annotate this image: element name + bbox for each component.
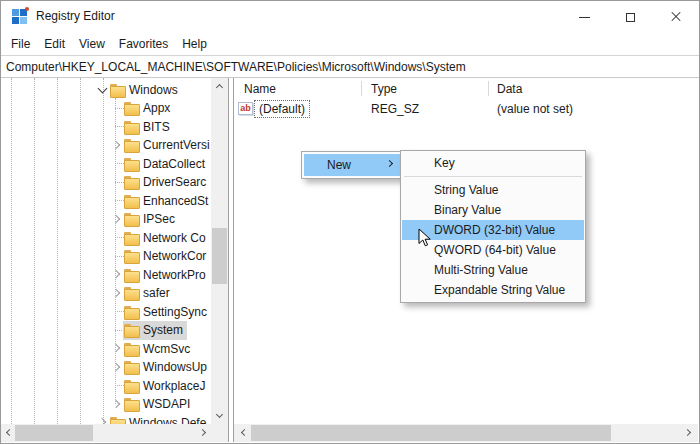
folder-icon bbox=[124, 139, 138, 151]
tree-item-driversearc[interactable]: DriverSearc bbox=[1, 173, 211, 192]
column-divider[interactable] bbox=[361, 81, 362, 96]
scroll-right-icon[interactable] bbox=[681, 425, 696, 440]
tree-item-currentversi[interactable]: CurrentVersi bbox=[1, 136, 211, 155]
scroll-right-icon[interactable] bbox=[196, 425, 211, 440]
tree-item-bits[interactable]: BITS bbox=[1, 117, 211, 136]
menu-help[interactable]: Help bbox=[175, 34, 214, 54]
folder-icon bbox=[124, 343, 138, 355]
tree-item-network-co[interactable]: Network Co bbox=[1, 228, 211, 247]
column-divider[interactable] bbox=[488, 81, 489, 96]
title-bar[interactable]: Registry Editor bbox=[1, 1, 699, 33]
folder-icon bbox=[124, 361, 138, 373]
scroll-down-icon[interactable] bbox=[212, 408, 227, 423]
tree-item-label: CurrentVersi bbox=[143, 138, 210, 152]
value-row[interactable]: ab (Default) REG_SZ (value not set) bbox=[234, 100, 698, 119]
close-icon bbox=[670, 11, 682, 23]
tree-horizontal-scrollbar[interactable] bbox=[1, 424, 211, 442]
tree-item-datacollect[interactable]: DataCollect bbox=[1, 154, 211, 173]
folder-icon bbox=[124, 232, 138, 244]
menu-view[interactable]: View bbox=[72, 34, 112, 54]
submenu-item-multi-string-value[interactable]: Multi-String Value bbox=[402, 260, 584, 280]
close-button[interactable] bbox=[653, 1, 699, 33]
scroll-up-icon[interactable] bbox=[212, 79, 227, 94]
tree-vertical-scrollbar[interactable] bbox=[211, 78, 228, 424]
column-header-type[interactable]: Type bbox=[371, 82, 397, 96]
folder-icon bbox=[110, 417, 124, 425]
context-menu: New bbox=[301, 151, 405, 179]
tree-item-networkcor[interactable]: NetworkCor bbox=[1, 247, 211, 266]
submenu-item-binary-value[interactable]: Binary Value bbox=[402, 200, 584, 220]
tree-expand-icon[interactable] bbox=[109, 138, 124, 153]
window-title: Registry Editor bbox=[36, 9, 115, 23]
tree-item-settingsync[interactable]: SettingSync bbox=[1, 302, 211, 321]
tree-item-windowsup[interactable]: WindowsUp bbox=[1, 358, 211, 377]
tree-item-wsdapi[interactable]: WSDAPI bbox=[1, 395, 211, 414]
folder-icon bbox=[124, 250, 138, 262]
tree-item-label: DataCollect bbox=[143, 157, 205, 171]
tree-item-appx[interactable]: Appx bbox=[1, 99, 211, 118]
column-header-data[interactable]: Data bbox=[497, 82, 522, 96]
tree-item-system[interactable]: System bbox=[1, 321, 211, 340]
tree-item-windows-defe[interactable]: Windows Defe bbox=[1, 413, 211, 424]
maximize-icon bbox=[626, 13, 635, 22]
tree-item-workplacej[interactable]: WorkplaceJ bbox=[1, 376, 211, 395]
folder-icon bbox=[124, 213, 138, 225]
tree-item-windows[interactable]: Windows bbox=[1, 80, 211, 99]
values-horizontal-scrollbar[interactable] bbox=[234, 424, 698, 442]
tree-item-label: WindowsUp bbox=[143, 360, 207, 374]
scrollbar-thumb[interactable] bbox=[212, 228, 227, 284]
folder-icon bbox=[124, 121, 138, 133]
column-header-name[interactable]: Name bbox=[244, 82, 276, 96]
menu-favorites[interactable]: Favorites bbox=[112, 34, 175, 54]
tree-item-label: Appx bbox=[143, 101, 170, 115]
maximize-button[interactable] bbox=[607, 1, 653, 33]
scroll-left-icon[interactable] bbox=[236, 425, 251, 440]
address-bar[interactable]: Computer\HKEY_LOCAL_MACHINE\SOFTWARE\Pol… bbox=[1, 55, 699, 78]
folder-icon bbox=[124, 102, 138, 114]
value-name[interactable]: (Default) bbox=[254, 100, 310, 118]
tree-item-label: DriverSearc bbox=[143, 175, 206, 189]
folder-icon bbox=[124, 287, 138, 299]
submenu-item-expandable-string-value[interactable]: Expandable String Value bbox=[402, 280, 584, 300]
menu-separator bbox=[404, 176, 582, 177]
menu-edit[interactable]: Edit bbox=[37, 34, 72, 54]
submenu-arrow-icon bbox=[387, 161, 393, 167]
tree-expand-icon[interactable] bbox=[109, 286, 124, 301]
scrollbar-thumb[interactable] bbox=[251, 425, 611, 441]
tree-item-label: SettingSync bbox=[143, 305, 207, 319]
submenu-item-string-value[interactable]: String Value bbox=[402, 180, 584, 200]
tree-expand-icon[interactable] bbox=[109, 397, 124, 412]
tree-expand-icon[interactable] bbox=[109, 212, 124, 227]
tree-expand-icon[interactable] bbox=[109, 360, 124, 375]
scroll-left-icon[interactable] bbox=[1, 425, 16, 440]
minimize-icon bbox=[579, 17, 590, 18]
tree-item-wcmsvc[interactable]: WcmSvc bbox=[1, 339, 211, 358]
tree-item-label: NetworkCor bbox=[143, 249, 206, 263]
context-menu-item-new[interactable]: New bbox=[304, 154, 402, 176]
tree-expand-icon[interactable] bbox=[109, 341, 124, 356]
tree-expand-icon[interactable] bbox=[109, 267, 124, 282]
tree-item-ipsec[interactable]: IPSec bbox=[1, 210, 211, 229]
tree-expand-icon[interactable] bbox=[95, 415, 110, 424]
tree-item-networkpro[interactable]: NetworkPro bbox=[1, 265, 211, 284]
minimize-button[interactable] bbox=[561, 1, 607, 33]
folder-icon bbox=[124, 306, 138, 318]
tree-content: Windows Appx BITS CurrentVersi DataColle… bbox=[1, 78, 211, 424]
menu-file[interactable]: File bbox=[4, 34, 37, 54]
tree-item-label: WorkplaceJ bbox=[143, 379, 205, 393]
tree-item-enhancedst[interactable]: EnhancedSt bbox=[1, 191, 211, 210]
tree-item-label: NetworkPro bbox=[143, 268, 206, 282]
string-value-icon: ab bbox=[238, 102, 253, 115]
folder-icon bbox=[124, 158, 138, 170]
folder-icon bbox=[124, 269, 138, 281]
tree-item-label: safer bbox=[143, 286, 170, 300]
folder-icon bbox=[124, 398, 138, 410]
folder-icon bbox=[124, 195, 138, 207]
folder-icon bbox=[124, 324, 138, 336]
new-submenu: Key String Value Binary Value DWORD (32-… bbox=[400, 150, 586, 303]
tree-item-safer[interactable]: safer bbox=[1, 284, 211, 303]
tree-expand-icon[interactable] bbox=[95, 82, 110, 97]
scrollbar-thumb[interactable] bbox=[15, 425, 93, 441]
address-path: Computer\HKEY_LOCAL_MACHINE\SOFTWARE\Pol… bbox=[6, 60, 466, 74]
submenu-item-key[interactable]: Key bbox=[402, 153, 584, 173]
